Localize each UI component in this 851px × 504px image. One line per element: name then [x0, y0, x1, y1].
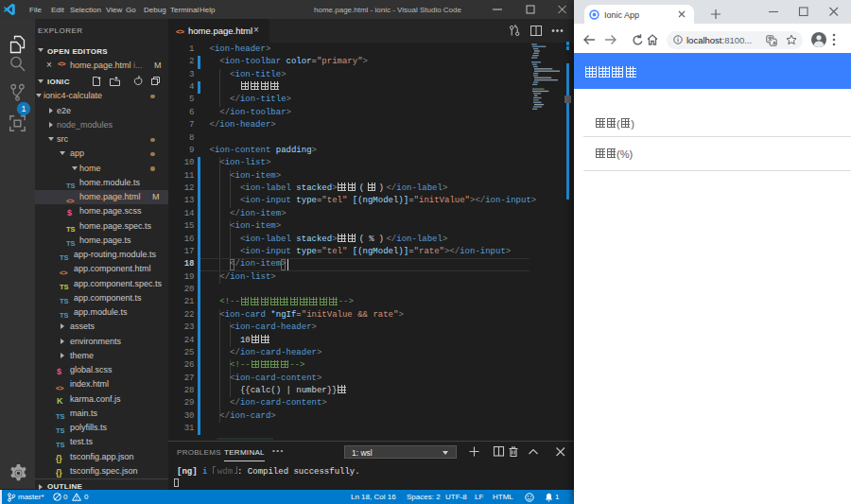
svg-text:1: 1	[21, 104, 26, 113]
